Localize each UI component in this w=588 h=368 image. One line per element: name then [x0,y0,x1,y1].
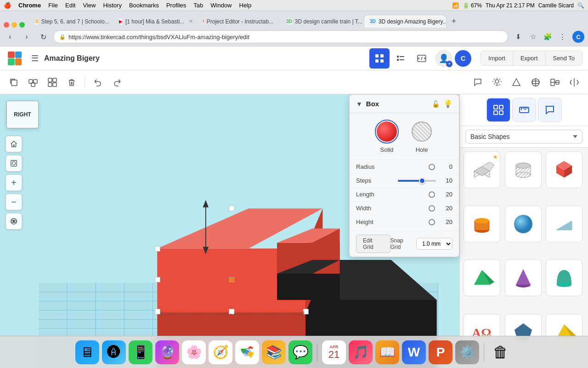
dock-powerpoint[interactable]: P [429,340,452,364]
radius-radio[interactable] [429,164,435,170]
grid-view-btn[interactable] [369,48,390,69]
view-menu[interactable]: View [83,2,96,9]
solid-option[interactable]: Solid [375,120,399,153]
shapes-grid-view-btn[interactable] [486,98,510,122]
tab-2[interactable]: ▶ [1 hour] Mia & Sebasti... ✕ [113,15,196,28]
dock-itunes[interactable]: 🎵 [349,340,373,364]
tab2-close[interactable]: ✕ [189,18,193,24]
edit-grid-btn[interactable]: Edit Grid [356,235,390,253]
chrome-menu[interactable]: Chrome [18,2,41,9]
tab-4[interactable]: 3D 3D design camille train | T... ✕ [280,15,363,28]
duplicate-tool[interactable] [6,74,22,91]
fit-view-btn[interactable] [6,155,22,172]
zoom-out-btn[interactable]: − [6,194,22,210]
search-icon[interactable]: 🔍 [577,2,584,9]
shape-item-box-striped[interactable]: ★ [464,151,500,188]
zoom-in-btn[interactable]: + [6,174,22,191]
shape-item-sphere-blue[interactable] [505,206,542,242]
bookmark-btn[interactable]: ☆ [526,30,539,43]
forward-btn[interactable]: › [20,30,33,43]
dock-messages[interactable]: 💬 [288,340,312,364]
sphere-outline-tool[interactable] [527,74,544,91]
tab-menu[interactable]: Tab [193,2,203,9]
history-menu[interactable]: History [103,2,121,9]
dock-calendar[interactable]: APR 21 [322,340,346,364]
tab-5[interactable]: 3D 3D design Amazing Bigery... ✕ [364,15,447,28]
undo-tool[interactable] [90,74,106,91]
prop-lock-btn[interactable]: 🔓 [432,100,440,108]
shape-item-box-red[interactable] [546,151,582,188]
add-user-btn[interactable]: 👤 + [435,50,452,67]
gyroscope-btn[interactable] [6,213,22,230]
close-window-btn[interactable] [4,22,9,28]
group-tool[interactable] [25,74,41,91]
length-radio[interactable] [429,191,435,198]
shapes-ruler-btn[interactable] [512,98,536,122]
hole-option[interactable]: Hole [410,120,434,153]
height-radio[interactable] [429,219,435,225]
speech-bubble-tool[interactable] [469,74,486,91]
shape-item-cone-purple[interactable] [505,259,542,296]
minimize-window-btn[interactable] [11,22,17,28]
edit-menu[interactable]: Edit [65,2,75,9]
dock-facetime[interactable]: 📱 [129,340,153,364]
dock-appstore[interactable]: 🅐 [102,340,126,364]
mirror-tool[interactable] [566,74,582,91]
tab3-close[interactable]: ✕ [278,18,279,24]
dock-trash[interactable]: 🗑 [489,340,513,364]
dock-ibooks[interactable]: 📚 [262,340,286,364]
export-btn[interactable]: Export [513,51,546,65]
apple-menu[interactable]: 🍎 [4,2,11,9]
width-radio[interactable] [429,205,435,212]
shape-item-cylinder-striped[interactable] [505,151,542,188]
user-avatar[interactable]: C [455,50,471,67]
bookmarks-menu[interactable]: Bookmarks [129,2,159,9]
settings-btn[interactable]: ⋮ [556,30,569,43]
profiles-menu[interactable]: Profiles [166,2,186,9]
extensions-btn[interactable]: 🧩 [541,30,554,43]
shapes-speech-btn[interactable] [538,98,562,122]
back-btn[interactable]: ‹ [4,30,17,43]
ungroup-tool[interactable] [44,74,61,91]
dock-book[interactable]: 📖 [375,340,399,364]
prop-collapse-btn[interactable]: ▼ [356,100,362,108]
window-menu[interactable]: Window [210,2,232,9]
profile-avatar[interactable]: C [572,31,584,43]
home-view-btn[interactable] [6,136,22,152]
snap-select[interactable]: 1.0 mm 0.5 mm 0.1 mm [416,238,452,250]
dock-photos[interactable]: 🌸 [182,340,206,364]
reload-btn[interactable]: ↻ [37,30,50,43]
dock-system-prefs[interactable]: ⚙️ [455,340,479,364]
dock-finder[interactable]: 🖥 [75,340,99,364]
steps-slider-thumb[interactable] [419,178,425,184]
dock-siri[interactable]: 🔮 [155,340,179,364]
tinkercad-logo[interactable] [6,49,24,68]
viewport-cube[interactable]: RIGHT [6,101,39,128]
help-menu[interactable]: Help [239,2,252,9]
tab-3[interactable]: I Project Editor - Instructab... ✕ [197,15,279,28]
send-to-btn[interactable]: Send To [546,51,582,65]
light-tool[interactable] [489,74,505,91]
prop-light-btn[interactable]: 💡 [443,99,452,108]
hamburger-menu[interactable]: ☰ [31,53,39,63]
delete-tool[interactable] [63,74,80,91]
list-view-btn[interactable] [390,48,411,69]
download-btn[interactable]: ⬇ [512,30,525,43]
tab-1[interactable]: S Step 5, 6, and 7 | Schoolo... ✕ [29,15,112,28]
shape-item-cylinder-orange[interactable] [464,206,500,242]
code-view-btn[interactable] [412,48,432,69]
dock-word[interactable]: W [402,340,426,364]
file-menu[interactable]: File [48,2,58,9]
steps-slider[interactable] [398,180,436,182]
new-tab-btn[interactable]: + [447,15,460,28]
align-tool[interactable] [547,74,563,91]
address-bar[interactable]: 🔒 https://www.tinkercad.com/things/bsdVX… [53,30,508,43]
import-btn[interactable]: Import [481,51,513,65]
redo-tool[interactable] [109,74,125,91]
shapes-category-select[interactable]: Basic Shapes Letters Featured Shapes [465,130,582,144]
shape-outline-tool[interactable] [508,74,525,91]
dock-safari[interactable]: 🧭 [209,340,232,364]
shape-item-wedge-icy[interactable] [546,206,582,242]
maximize-window-btn[interactable] [19,22,25,28]
dock-chrome[interactable] [235,340,259,364]
